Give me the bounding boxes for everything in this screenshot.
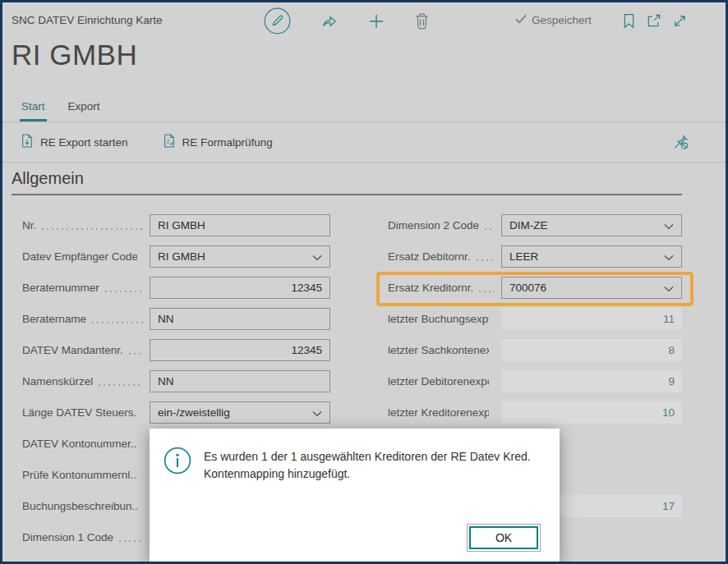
field-label: Ersatz Debitornr. — [388, 250, 471, 263]
edit-pencil-icon[interactable] — [264, 7, 291, 34]
field-row-datev-empfaenger-code: Datev Empfänger Code RI GMBH — [22, 245, 330, 268]
field-label: Dimension 1 Code — [22, 531, 113, 543]
laenge-datev-steuers-select[interactable]: ein-/zweistellig — [150, 401, 330, 424]
bookmark-icon[interactable] — [623, 13, 635, 29]
field-label: letzter Buchungsexport — [388, 313, 489, 325]
chevron-down-icon — [312, 406, 322, 419]
ersatz-debitornr-select[interactable]: LEER — [501, 245, 682, 268]
dialog-message: Es wurden 1 der 1 ausgewählten Kreditore… — [204, 448, 542, 483]
field-row-dimension-2-code: Dimension 2 Code DIM-ZE — [388, 214, 682, 236]
field-label: Beraternummer — [22, 282, 99, 294]
ribbon-tabs: Start Export — [2, 95, 726, 122]
field-label: Buchungsbeschreibun... — [22, 500, 137, 512]
dimension-2-code-select[interactable]: DIM-ZE — [501, 214, 682, 236]
info-icon — [164, 447, 191, 478]
field-row-datev-mandantenr: DATEV Mandantenr. 12345 — [22, 339, 330, 361]
window-controls — [623, 13, 688, 29]
namenskuerzel-input[interactable]: NN — [150, 370, 330, 392]
dotted-leader — [477, 259, 495, 261]
field-label: Dimension 2 Code — [388, 219, 479, 232]
field-label: Prüfe Kontonummernl... — [22, 469, 137, 481]
field-row-ersatz-kreditornr: Ersatz Kreditornr. 700076 — [388, 277, 682, 299]
field-row-letzter-kreditorenexp: letzter Kreditorenexp... 10 — [388, 401, 682, 424]
field-label: Ersatz Kreditornr. — [388, 282, 473, 294]
chevron-down-icon — [664, 282, 674, 294]
breadcrumb-page-type: SNC DATEV Einrichtung Karte — [12, 14, 163, 26]
letzter-kreditorenexp-value: 10 — [501, 401, 682, 424]
field-row-namenskuerzel: Namenskürzel NN — [22, 370, 330, 392]
re-formalpruefung-button[interactable]: RE Formalprüfung — [163, 133, 273, 151]
field-label: Datev Empfänger Code — [22, 250, 137, 263]
action-bar: RE Export starten RE Formalprüfung — [2, 122, 726, 163]
delete-trash-icon[interactable] — [414, 12, 430, 30]
tab-start[interactable]: Start — [20, 95, 47, 122]
dotted-leader — [129, 353, 143, 355]
dotted-leader — [42, 228, 143, 230]
datev-empfaenger-code-select[interactable]: RI GMBH — [150, 245, 330, 268]
field-label: letzter Sachkontenexp... — [388, 344, 489, 356]
field-label: Beratername — [22, 313, 86, 325]
page-title: RI GMBH — [12, 39, 137, 71]
nr-input[interactable]: RI GMBH — [150, 214, 330, 236]
export-document-icon — [21, 133, 34, 151]
ersatz-kreditornr-select[interactable]: 700076 — [501, 277, 682, 299]
dotted-leader — [105, 291, 143, 292]
beratername-input[interactable]: NN — [150, 308, 330, 330]
field-row-nr: Nr. RI GMBH — [22, 214, 330, 236]
letzter-debitorenexport-value: 9 — [501, 370, 682, 392]
field-row-ersatz-debitornr: Ersatz Debitornr. LEER — [388, 245, 682, 268]
section-divider — [12, 194, 682, 195]
field-label: Namenskürzel — [22, 375, 93, 387]
tab-export[interactable]: Export — [67, 95, 102, 122]
re-export-starten-button[interactable]: RE Export starten — [21, 133, 128, 151]
dotted-leader — [119, 540, 143, 542]
info-dialog: Es wurden 1 der 1 ausgewählten Kreditore… — [150, 429, 560, 562]
dialog-message-line1: Es wurden 1 der 1 ausgewählten Kreditore… — [204, 448, 542, 465]
dialog-message-line2: Kontenmapping hinzugefügt. — [204, 465, 542, 483]
letzter-buchungsexport-value: 11 — [501, 308, 682, 330]
dotted-leader — [92, 322, 143, 323]
field-label: Nr. — [22, 219, 36, 232]
field-label: DATEV Mandantenr. — [22, 344, 123, 356]
field-row-letzter-debitorenexport: letzter Debitorenexport 9 — [388, 370, 682, 392]
dotted-leader — [99, 384, 143, 386]
open-in-window-icon[interactable] — [646, 13, 661, 29]
chevron-down-icon — [312, 250, 322, 263]
share-icon[interactable] — [320, 12, 339, 30]
field-row-laenge-datev-steuers: Länge DATEV Steuers... ein-/zweistellig — [22, 401, 330, 424]
dotted-leader — [485, 228, 495, 230]
field-label: Länge DATEV Steuers... — [22, 406, 137, 419]
chevron-down-icon — [664, 250, 674, 263]
re-formalpruefung-label: RE Formalprüfung — [182, 136, 273, 149]
section-allgemein: Allgemein — [12, 169, 682, 195]
unpin-icon[interactable] — [672, 134, 689, 151]
field-label: DATEV Kontonummer... — [22, 438, 137, 450]
field-row-beraternummer: Beraternummer 12345 — [22, 277, 330, 299]
field-row-letzter-sachkontenexp: letzter Sachkontenexp... 8 — [388, 339, 682, 361]
expand-fullscreen-icon[interactable] — [672, 13, 688, 29]
datev-mandantenr-input[interactable]: 12345 — [150, 339, 330, 361]
topbar-actions — [264, 7, 430, 34]
re-export-starten-label: RE Export starten — [40, 136, 128, 149]
save-status-label: Gespeichert — [532, 14, 592, 26]
check-document-icon — [163, 133, 176, 151]
beraternummer-input[interactable]: 12345 — [150, 277, 330, 299]
check-icon — [515, 14, 527, 26]
field-label: letzter Debitorenexport — [388, 375, 489, 387]
new-plus-icon[interactable] — [368, 13, 385, 30]
ok-button[interactable]: OK — [469, 526, 538, 549]
field-row-beratername: Beratername NN — [22, 308, 330, 330]
dotted-leader — [479, 291, 495, 292]
save-status: Gespeichert — [515, 14, 592, 26]
letzter-sachkontenexp-value: 8 — [501, 339, 682, 361]
app-window: SNC DATEV Einrichtung Karte — [0, 0, 728, 564]
field-label: letzter Kreditorenexp... — [388, 406, 489, 419]
section-title[interactable]: Allgemein — [12, 169, 682, 188]
field-row-letzter-buchungsexport: letzter Buchungsexport 11 — [388, 308, 682, 330]
chevron-down-icon — [664, 219, 674, 232]
